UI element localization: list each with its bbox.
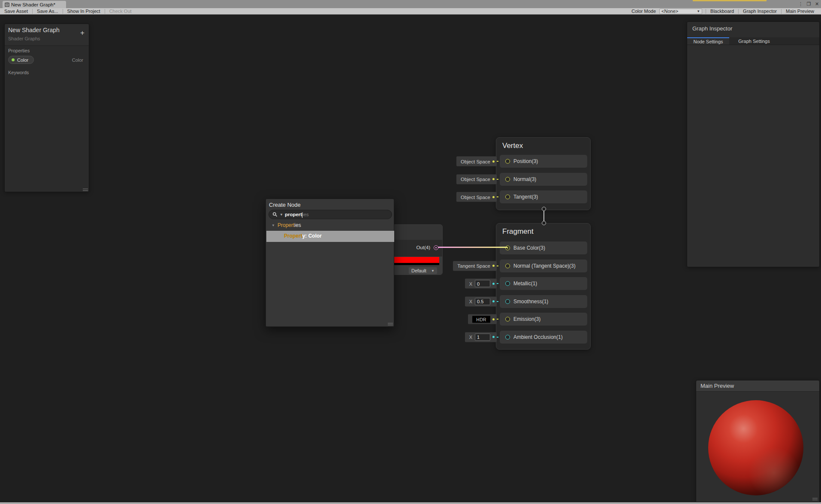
chip-port-dot bbox=[492, 336, 495, 338]
titlebar-accent-strip bbox=[693, 0, 767, 1]
keywords-section-label: Keywords bbox=[8, 70, 29, 75]
node-port-row[interactable]: Metallic(1)X0 bbox=[500, 277, 587, 290]
out-port-label: Out(4) bbox=[416, 245, 430, 250]
window-close-icon[interactable]: ✕ bbox=[814, 1, 820, 7]
blackboard-panel: New Shader Graph Shader Graphs + Propert… bbox=[4, 24, 89, 192]
graph-inspector-toggle-button[interactable]: Graph Inspector bbox=[739, 8, 781, 14]
window-restore-icon[interactable]: ❐ bbox=[806, 1, 812, 7]
port[interactable] bbox=[505, 195, 510, 199]
default-value-chip[interactable]: X0.5 bbox=[465, 296, 497, 306]
fragment-input-connector-icon[interactable] bbox=[542, 221, 546, 225]
tab-node-settings[interactable]: Node Settings bbox=[687, 37, 729, 45]
port-label: Smoothness(1) bbox=[513, 299, 548, 305]
value-field[interactable]: 1 bbox=[475, 333, 490, 341]
node-port-row[interactable]: Tangent(3)Object Space bbox=[500, 190, 587, 203]
out-port-connected[interactable] bbox=[434, 245, 438, 250]
port-label: Position(3) bbox=[513, 158, 538, 164]
preview-sphere[interactable] bbox=[708, 400, 803, 495]
main-preview-header[interactable]: Main Preview bbox=[696, 380, 819, 392]
dialog-resize-handle[interactable] bbox=[388, 323, 393, 325]
node-title: Vertex bbox=[502, 142, 523, 150]
x-component-label: X bbox=[469, 335, 472, 340]
category-rest-text: ies bbox=[294, 222, 301, 228]
chip-port-dot bbox=[492, 283, 495, 285]
check-out-button: Check Out bbox=[105, 8, 136, 14]
node-port-row[interactable]: Position(3)Object Space bbox=[500, 155, 587, 168]
port-label: Base Color(3) bbox=[513, 245, 545, 251]
port[interactable] bbox=[505, 317, 510, 322]
search-filter-chevron-icon[interactable]: ▼ bbox=[280, 213, 283, 217]
port[interactable] bbox=[505, 281, 510, 286]
port[interactable] bbox=[505, 335, 510, 339]
save-as-button[interactable]: Save As... bbox=[33, 8, 63, 14]
edge-color-to-base-color[interactable] bbox=[438, 247, 507, 248]
document-tab[interactable]: New Shader Graph* bbox=[3, 1, 66, 8]
port-label: Tangent(3) bbox=[513, 194, 538, 200]
default-value-chip[interactable]: X1 bbox=[465, 332, 497, 342]
save-asset-button[interactable]: Save Asset bbox=[0, 8, 32, 14]
node-port-row[interactable]: Smoothness(1)X0.5 bbox=[500, 295, 587, 308]
vertex-master-node[interactable]: Vertex Position(3)Object SpaceNormal(3)O… bbox=[496, 137, 591, 210]
category-label: Properties bbox=[278, 222, 301, 228]
color-mode-value: <None> bbox=[661, 9, 678, 14]
blackboard-title: New Shader Graph bbox=[8, 27, 60, 33]
value-field[interactable]: 0 bbox=[475, 280, 490, 287]
main-preview-toggle-button[interactable]: Main Preview bbox=[782, 8, 818, 14]
title-bar: New Shader Graph* ⋮ ❐ ✕ bbox=[0, 0, 821, 8]
node-port-row[interactable]: Emission(3)HDR bbox=[500, 313, 587, 326]
port[interactable] bbox=[505, 263, 510, 268]
blackboard-toggle-button[interactable]: Blackboard bbox=[706, 8, 738, 14]
shader-graph-toolbar: Save Asset Save As... Show In Project Ch… bbox=[0, 8, 821, 15]
node-port-row[interactable]: Normal (Tangent Space)(3)Tangent Space bbox=[500, 260, 587, 272]
hdr-color-chip[interactable]: HDR bbox=[468, 314, 497, 324]
value-field[interactable]: 0.5 bbox=[475, 298, 490, 305]
property-name: Color bbox=[17, 57, 28, 63]
port[interactable] bbox=[505, 299, 510, 304]
properties-section-label: Properties bbox=[8, 48, 30, 53]
foldout-triangle-icon[interactable]: ▼ bbox=[272, 223, 275, 227]
vertex-output-connector-icon[interactable] bbox=[542, 207, 546, 211]
add-property-button[interactable]: + bbox=[80, 29, 85, 36]
hdr-swatch[interactable]: HDR bbox=[472, 316, 490, 323]
color-mode-default-dropdown[interactable]: Default ▼ bbox=[409, 267, 437, 274]
port[interactable] bbox=[505, 177, 510, 181]
color-swatch-red[interactable] bbox=[388, 257, 439, 263]
create-node-search-input[interactable]: ▼ propert ies bbox=[269, 210, 392, 219]
blackboard-resize-handle[interactable] bbox=[83, 189, 88, 191]
node-port-row[interactable]: Ambient Occlusion(1)X1 bbox=[500, 331, 587, 344]
result-label: Property: Color bbox=[284, 233, 322, 239]
default-space-chip[interactable]: Object Space bbox=[456, 192, 497, 202]
chip-port-dot bbox=[492, 160, 495, 163]
property-pill-color[interactable]: Color bbox=[8, 56, 34, 64]
default-value-chip[interactable]: X0 bbox=[465, 279, 497, 289]
fragment-master-node[interactable]: Fragment Base Color(3)Normal (Tangent Sp… bbox=[496, 223, 591, 350]
window-menu-icon[interactable]: ⋮ bbox=[797, 1, 804, 7]
property-type-label: Color bbox=[72, 57, 83, 63]
node-port-row[interactable]: Base Color(3) bbox=[500, 241, 587, 254]
show-in-project-button[interactable]: Show In Project bbox=[63, 8, 105, 14]
search-icon bbox=[272, 212, 278, 217]
chip-port-dot bbox=[492, 300, 495, 302]
port-label: Ambient Occlusion(1) bbox=[513, 334, 563, 340]
node-title: Fragment bbox=[502, 227, 534, 236]
port-label: Normal (Tangent Space)(3) bbox=[513, 263, 576, 269]
search-typed-text: propert bbox=[285, 212, 302, 217]
window-controls: ⋮ ❐ ✕ bbox=[797, 0, 820, 8]
fragment-node-rows: Base Color(3)Normal (Tangent Space)(3)Ta… bbox=[500, 241, 587, 344]
tab-graph-settings[interactable]: Graph Settings bbox=[733, 37, 776, 45]
blackboard-subtitle: Shader Graphs bbox=[8, 36, 40, 41]
port[interactable] bbox=[505, 159, 510, 164]
node-port-row[interactable]: Normal(3)Object Space bbox=[500, 173, 587, 186]
default-space-chip[interactable]: Object Space bbox=[456, 174, 497, 184]
result-row-property-color[interactable]: Property: Color bbox=[266, 231, 394, 242]
default-space-chip[interactable]: Object Space bbox=[456, 157, 497, 166]
chevron-down-icon: ▼ bbox=[697, 9, 700, 13]
chip-port-dot bbox=[492, 265, 495, 267]
preview-resize-handle[interactable] bbox=[812, 498, 818, 500]
color-swatch-alpha-bar bbox=[388, 263, 439, 265]
default-space-chip[interactable]: Tangent Space bbox=[453, 261, 497, 271]
property-color-dot-icon bbox=[12, 58, 15, 61]
color-mode-dropdown[interactable]: <None> ▼ bbox=[659, 9, 702, 14]
category-row-properties[interactable]: ▼ Properties bbox=[266, 222, 394, 229]
tab-title: New Shader Graph* bbox=[11, 2, 55, 7]
